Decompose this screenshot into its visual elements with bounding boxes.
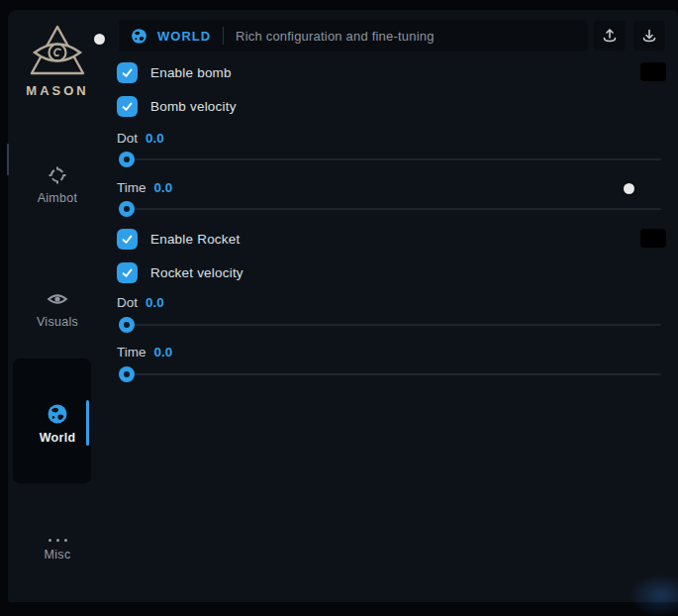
toggle-row: Bomb velocity: [117, 96, 237, 117]
corner-glow: [627, 572, 678, 616]
brand-name: MASON: [8, 83, 107, 98]
slider-label: Time 0.0: [117, 180, 172, 195]
screen: MASON Aimbot Visuals: [0, 0, 678, 616]
slider-track[interactable]: [119, 373, 661, 375]
slider-value: 0.0: [154, 180, 173, 195]
download-icon: [641, 28, 657, 44]
page-subtitle: Rich configuration and fine-tuning: [236, 29, 434, 44]
slider-value: 0.0: [154, 345, 173, 359]
check-icon: [121, 100, 134, 113]
page-title: WORLD: [157, 29, 211, 44]
cursor-dot: [624, 183, 634, 194]
toggle-label: Rocket velocity: [150, 265, 243, 280]
sidebar-item-label: Misc: [8, 548, 107, 562]
slider-handle[interactable]: [119, 152, 135, 167]
toggle-label: Enable bomb: [150, 65, 232, 80]
slider-handle[interactable]: [119, 201, 135, 217]
sidebar-item-label: Visuals: [8, 315, 107, 329]
cursor-dot: [94, 34, 105, 45]
slider-label: Dot 0.0: [117, 131, 164, 146]
enable-bomb-checkbox[interactable]: [117, 62, 138, 83]
slider-track[interactable]: [119, 324, 661, 326]
crosshair-icon: [8, 165, 107, 185]
page-header: WORLD Rich configuration and fine-tuning: [119, 20, 588, 51]
check-icon: [121, 66, 134, 79]
rocket-color-swatch[interactable]: [640, 229, 666, 248]
rocket-velocity-checkbox[interactable]: [117, 262, 138, 283]
upload-icon: [602, 28, 618, 44]
toggle-row: Rocket velocity: [117, 262, 243, 283]
slider-name: Dot: [117, 131, 138, 146]
brand-logo: MASON: [8, 24, 107, 98]
toggle-label: Bomb velocity: [150, 99, 237, 114]
slider-name: Time: [117, 180, 146, 195]
rocket-dot-slider[interactable]: [119, 316, 661, 333]
toggle-label: Enable Rocket: [150, 232, 240, 247]
slider-track[interactable]: [119, 208, 661, 210]
cheat-menu-window: [8, 10, 678, 602]
header-divider: [223, 27, 224, 45]
check-icon: [121, 233, 134, 246]
sidebar-item-world[interactable]: World: [8, 403, 107, 445]
enable-rocket-checkbox[interactable]: [117, 229, 138, 250]
slider-name: Dot: [117, 295, 138, 310]
eye-icon: [8, 289, 107, 309]
rocket-time-slider[interactable]: [119, 365, 661, 382]
import-config-button[interactable]: [633, 21, 665, 51]
sidebar-item-label: World: [8, 431, 107, 445]
slider-label: Dot 0.0: [117, 295, 164, 310]
export-config-button[interactable]: [594, 21, 626, 51]
bomb-color-swatch[interactable]: [640, 62, 666, 81]
globe-icon: [8, 403, 107, 425]
slider-handle[interactable]: [119, 366, 135, 382]
sidebar-item-misc[interactable]: Misc: [8, 533, 107, 562]
ellipsis-icon: [8, 533, 107, 542]
sidebar-item-aimbot[interactable]: Aimbot: [8, 165, 107, 205]
globe-icon: [131, 28, 147, 45]
slider-value: 0.0: [145, 131, 164, 146]
bomb-dot-slider[interactable]: [119, 151, 661, 167]
slider-track[interactable]: [119, 158, 661, 160]
slider-name: Time: [117, 345, 146, 359]
sidebar-item-visuals[interactable]: Visuals: [8, 289, 107, 329]
slider-value: 0.0: [145, 295, 164, 310]
sidebar: MASON Aimbot Visuals: [8, 10, 107, 602]
sidebar-item-label: Aimbot: [8, 191, 107, 205]
bomb-velocity-checkbox[interactable]: [117, 96, 138, 117]
all-seeing-eye-icon: [8, 24, 107, 79]
slider-label: Time 0.0: [117, 345, 172, 359]
bomb-time-slider[interactable]: [119, 200, 661, 217]
toggle-row: Enable Rocket: [117, 229, 240, 250]
slider-handle[interactable]: [119, 317, 135, 333]
check-icon: [121, 266, 134, 279]
toggle-row: Enable bomb: [117, 62, 232, 83]
